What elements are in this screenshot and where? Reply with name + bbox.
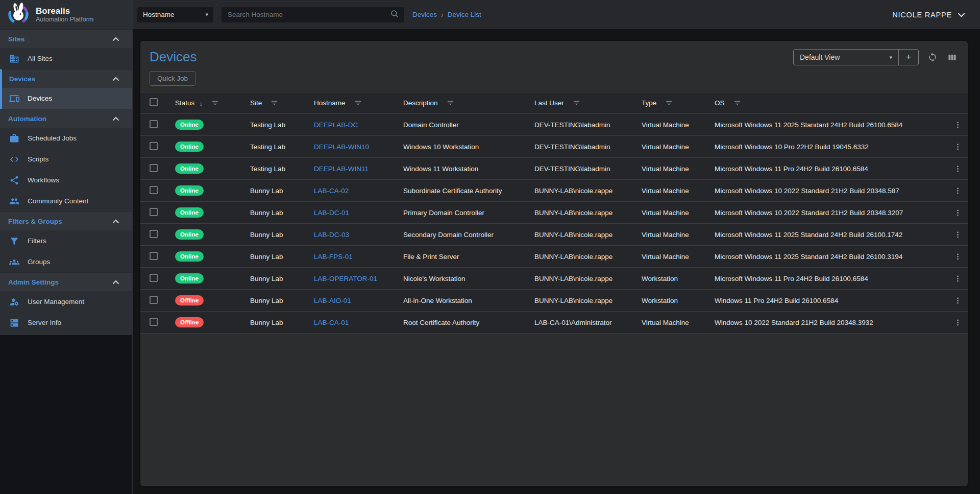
- search-field-select[interactable]: Hostname ▾: [137, 7, 213, 22]
- device-row[interactable]: Online Testing Lab DEEPLAB-WIN11 Windows…: [140, 158, 968, 180]
- row-actions-kebab-icon[interactable]: [952, 164, 964, 173]
- filter-icon[interactable]: [447, 99, 454, 107]
- devices-panel: Devices Quick Job Default View ▾ +: [140, 41, 968, 486]
- description-cell: Secondary Domain Controller: [393, 224, 524, 246]
- device-row[interactable]: Online Testing Lab DEEPLAB-WIN10 Windows…: [140, 136, 968, 158]
- hostname-link[interactable]: LAB-CA-01: [314, 319, 349, 326]
- row-actions-kebab-icon[interactable]: [952, 252, 964, 261]
- quick-job-button[interactable]: Quick Job: [150, 71, 195, 86]
- row-actions-kebab-icon[interactable]: [952, 296, 964, 305]
- hostname-link[interactable]: LAB-AIO-01: [314, 297, 351, 304]
- server-icon: [9, 318, 19, 328]
- chevron-up-icon: [113, 77, 119, 81]
- type-cell: Virtual Machine: [631, 246, 704, 268]
- row-actions-kebab-icon[interactable]: [952, 318, 964, 327]
- row-checkbox[interactable]: [150, 230, 158, 238]
- type-cell: Virtual Machine: [631, 136, 704, 158]
- hostname-link[interactable]: DEEPLAB-DC: [314, 121, 358, 129]
- device-row[interactable]: Online Testing Lab DEEPLAB-DC Domain Con…: [140, 114, 968, 136]
- row-checkbox[interactable]: [150, 296, 158, 304]
- hostname-link[interactable]: LAB-CA-02: [314, 187, 349, 195]
- user-menu[interactable]: NICOLE RAPPE: [892, 10, 965, 19]
- device-row[interactable]: Offline Bunny Lab LAB-AIO-01 All-in-One …: [140, 290, 968, 312]
- search-input[interactable]: [228, 11, 390, 18]
- sidebar-section-sites[interactable]: Sites: [0, 29, 132, 48]
- sidebar-item-devices[interactable]: Devices: [0, 88, 132, 109]
- row-actions-kebab-icon[interactable]: [952, 274, 964, 283]
- user-name: NICOLE RAPPE: [892, 11, 952, 19]
- sidebar-item-server-info[interactable]: Server Info: [0, 312, 132, 333]
- device-row[interactable]: Online Bunny Lab LAB-CA-02 Subordinate C…: [140, 180, 968, 202]
- device-row[interactable]: Online Bunny Lab LAB-FPS-01 File & Print…: [140, 246, 968, 268]
- hostname-link[interactable]: LAB-DC-01: [314, 209, 349, 217]
- sidebar-item-workflows[interactable]: Workflows: [0, 170, 132, 191]
- hostname-link[interactable]: DEEPLAB-WIN10: [314, 143, 369, 151]
- row-checkbox[interactable]: [150, 274, 158, 282]
- row-checkbox[interactable]: [150, 142, 158, 150]
- row-checkbox[interactable]: [150, 120, 158, 128]
- breadcrumb-device-list[interactable]: Device List: [448, 11, 481, 18]
- column-header-os[interactable]: OS: [715, 99, 725, 107]
- row-checkbox[interactable]: [150, 186, 158, 194]
- sidebar-item-groups[interactable]: Groups: [0, 251, 132, 272]
- sidebar-item-scheduled-jobs[interactable]: Scheduled Jobs: [0, 128, 132, 149]
- site-cell: Bunny Lab: [240, 246, 304, 268]
- description-cell: Root Certificate Authority: [393, 312, 524, 334]
- breadcrumb-devices[interactable]: Devices: [412, 11, 437, 18]
- filter-icon[interactable]: [354, 99, 362, 107]
- last-user-cell: DEV-TESTING\labadmin: [524, 136, 631, 158]
- column-header-last-user[interactable]: Last User: [534, 99, 564, 107]
- os-cell: Windows 11 Pro 24H2 Build 26100.6584: [704, 290, 942, 312]
- sidebar-item-filters[interactable]: Filters: [0, 230, 132, 251]
- hostname-link[interactable]: LAB-FPS-01: [314, 253, 353, 261]
- row-checkbox[interactable]: [150, 164, 158, 172]
- sidebar-item-scripts[interactable]: Scripts: [0, 149, 132, 170]
- column-header-description[interactable]: Description: [403, 99, 438, 107]
- sidebar-item-community-content[interactable]: Community Content: [0, 191, 132, 211]
- type-cell: Workstation: [631, 290, 704, 312]
- device-row[interactable]: Offline Bunny Lab LAB-CA-01 Root Certifi…: [140, 312, 968, 334]
- row-actions-kebab-icon[interactable]: [952, 143, 964, 151]
- refresh-button[interactable]: [927, 52, 938, 63]
- row-checkbox[interactable]: [150, 208, 158, 216]
- column-header-status[interactable]: Status: [175, 99, 194, 107]
- add-view-button[interactable]: +: [899, 50, 918, 65]
- column-header-site[interactable]: Site: [250, 99, 262, 107]
- device-row[interactable]: Online Bunny Lab LAB-DC-01 Primary Domai…: [140, 202, 968, 224]
- column-header-hostname[interactable]: Hostname: [314, 99, 346, 107]
- sidebar-section-admin-settings[interactable]: Admin Settings: [0, 272, 132, 291]
- filter-icon[interactable]: [733, 99, 741, 107]
- sidebar-item-all-sites[interactable]: All Sites: [0, 48, 132, 69]
- row-checkbox[interactable]: [150, 318, 158, 326]
- select-all-checkbox[interactable]: [150, 98, 158, 106]
- hostname-link[interactable]: DEEPLAB-WIN11: [314, 165, 369, 173]
- row-actions-kebab-icon[interactable]: [952, 121, 964, 129]
- columns-button[interactable]: [946, 52, 958, 63]
- device-row[interactable]: Online Bunny Lab LAB-OPERATOR-01 Nicole'…: [140, 268, 968, 290]
- building-icon: [9, 54, 19, 64]
- search-icon[interactable]: [390, 9, 399, 20]
- sort-desc-icon[interactable]: ↓: [199, 99, 203, 107]
- view-toolbar: Default View ▾ +: [793, 49, 958, 65]
- hostname-link[interactable]: LAB-OPERATOR-01: [314, 275, 377, 283]
- column-header-type[interactable]: Type: [642, 99, 656, 107]
- sidebar-item-user-management[interactable]: User Management: [0, 291, 132, 312]
- filter-icon[interactable]: [665, 99, 673, 107]
- row-actions-kebab-icon[interactable]: [952, 208, 964, 217]
- last-user-cell: BUNNY-LAB\nicole.rappe: [524, 290, 631, 312]
- hostname-link[interactable]: LAB-DC-03: [314, 231, 349, 239]
- app-root: Borealis Automation Platform SitesAll Si…: [0, 0, 980, 494]
- sidebar-section-devices[interactable]: Devices: [0, 69, 132, 88]
- device-row[interactable]: Online Bunny Lab LAB-DC-03 Secondary Dom…: [140, 224, 968, 246]
- section-label: Filters & Groups: [8, 218, 62, 225]
- view-select[interactable]: Default View ▾: [794, 50, 899, 65]
- row-actions-kebab-icon[interactable]: [952, 230, 964, 239]
- sidebar-section-filters-groups[interactable]: Filters & Groups: [0, 211, 132, 230]
- row-checkbox[interactable]: [150, 252, 158, 260]
- filter-icon[interactable]: [271, 99, 278, 107]
- filter-icon[interactable]: [573, 99, 580, 107]
- filter-icon[interactable]: [211, 99, 219, 107]
- row-actions-kebab-icon[interactable]: [952, 186, 964, 195]
- description-cell: File & Print Server: [393, 246, 524, 268]
- sidebar-section-automation[interactable]: Automation: [0, 109, 132, 128]
